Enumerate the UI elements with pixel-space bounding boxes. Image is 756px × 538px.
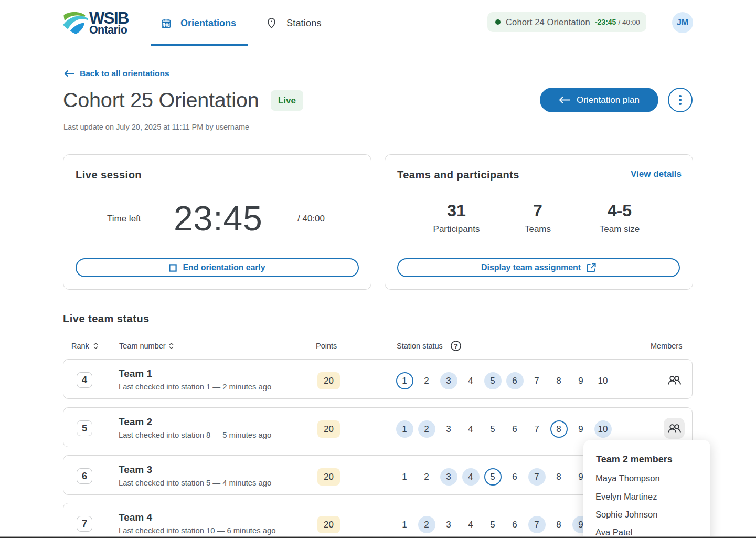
svg-text:?: ? (454, 342, 458, 350)
